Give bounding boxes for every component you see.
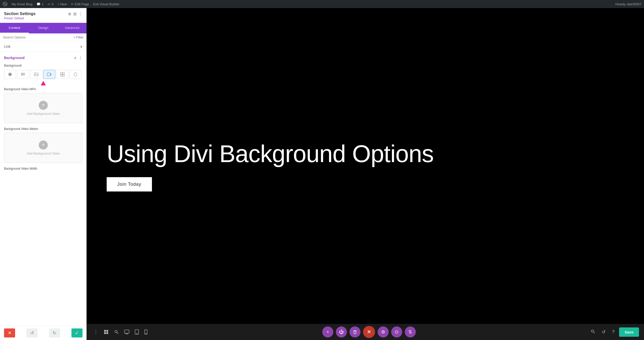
canvas-help-button[interactable]: ? bbox=[610, 328, 617, 336]
canvas-bottom-bar: ⋮ + ⏻ bbox=[87, 324, 644, 340]
add-video-label-1: Add Background Video bbox=[27, 112, 60, 116]
svg-rect-12 bbox=[106, 330, 108, 332]
edit-page-link[interactable]: Edit Page bbox=[75, 2, 89, 6]
columns-icon[interactable]: ⊞ bbox=[73, 12, 76, 16]
redo-button[interactable]: ↻ bbox=[49, 328, 60, 337]
new-item[interactable]: + New bbox=[58, 2, 67, 6]
bg-pattern-btn[interactable] bbox=[56, 70, 68, 79]
svg-point-15 bbox=[115, 330, 117, 333]
canvas-area: Using Divi Background Options Join Today… bbox=[87, 8, 644, 340]
bg-image-btn[interactable] bbox=[30, 70, 42, 79]
svg-rect-11 bbox=[104, 330, 106, 332]
svg-point-1 bbox=[5, 4, 6, 5]
video-upload-webm[interactable]: + Add Background Video bbox=[4, 133, 83, 163]
canvas-desktop-button[interactable] bbox=[122, 328, 131, 336]
canvas-mobile-button[interactable] bbox=[142, 328, 149, 336]
svg-rect-14 bbox=[106, 332, 108, 334]
search-input[interactable] bbox=[3, 35, 71, 39]
cancel-button[interactable]: ✕ bbox=[4, 328, 15, 337]
panel-preset: Preset: Default bbox=[4, 17, 35, 20]
main-layout: Section Settings Preset: Default ⊕ ⊞ ⋮ C… bbox=[0, 8, 644, 340]
panel-bottom-toolbar: ✕ ↺ ↻ ✓ bbox=[0, 326, 87, 340]
svg-rect-17 bbox=[125, 330, 129, 333]
more-options-icon[interactable]: ⋮ bbox=[78, 12, 83, 16]
svg-point-22 bbox=[137, 333, 137, 334]
canvas-content: Using Divi Background Options Join Today bbox=[87, 8, 644, 324]
undo-button[interactable]: ↺ bbox=[26, 328, 37, 337]
site-name-link[interactable]: My Great Blog bbox=[12, 2, 32, 6]
canvas-search-button[interactable] bbox=[112, 328, 121, 336]
canvas-tablet-button[interactable] bbox=[133, 328, 141, 336]
link-section: Link ∨ bbox=[0, 41, 87, 52]
search-bar: + Filter bbox=[0, 33, 87, 41]
canvas-zoom-button[interactable] bbox=[589, 328, 597, 336]
bg-type-tabs bbox=[4, 70, 83, 79]
hero-title: Using Divi Background Options bbox=[107, 140, 434, 167]
canvas-trash-button[interactable] bbox=[349, 326, 360, 337]
exit-builder-link[interactable]: Exit Visual Builder bbox=[93, 2, 119, 6]
svg-point-24 bbox=[146, 333, 146, 334]
arrow-indicator bbox=[4, 82, 83, 85]
comments-count: 1 bbox=[42, 2, 44, 6]
panel-header-left: Section Settings Preset: Default bbox=[4, 12, 35, 20]
edit-page-item[interactable]: ✏ Edit Page bbox=[71, 2, 89, 6]
canvas-tool-group-left: ⋮ bbox=[92, 328, 149, 336]
svg-rect-9 bbox=[60, 75, 62, 76]
howdy-text: Howdy, dee35007 bbox=[615, 2, 641, 6]
replies-item[interactable]: ↩ 0 bbox=[48, 2, 53, 6]
filter-button[interactable]: + Filter bbox=[73, 35, 84, 39]
upload-plus-icon-2: + bbox=[39, 140, 48, 150]
video-upload-mp4[interactable]: + Add Background Video bbox=[4, 93, 83, 123]
bg-video-btn[interactable] bbox=[43, 70, 55, 79]
canvas-right-tools: ↺ ? Save bbox=[589, 327, 639, 337]
panel-title: Section Settings bbox=[4, 12, 35, 16]
canvas-history-button[interactable]: ⊙ bbox=[391, 326, 402, 337]
target-icon[interactable]: ⊕ bbox=[68, 12, 71, 16]
left-panel: Section Settings Preset: Default ⊕ ⊞ ⋮ C… bbox=[0, 8, 87, 340]
tab-design[interactable]: Design bbox=[29, 23, 58, 33]
panel-content: Link ∨ Background ∧ ⋮ Background bbox=[0, 41, 87, 340]
tab-content[interactable]: Content bbox=[0, 23, 29, 33]
tab-advanced[interactable]: Advanced bbox=[58, 23, 87, 33]
canvas-add-button[interactable]: + bbox=[322, 326, 333, 337]
bg-video-width-label: Background Video Width bbox=[4, 167, 83, 170]
background-section: Background ∧ ⋮ Background bbox=[0, 52, 87, 176]
svg-point-25 bbox=[591, 330, 594, 332]
panel-header: Section Settings Preset: Default ⊕ ⊞ ⋮ bbox=[0, 8, 87, 23]
link-chevron-icon: ∨ bbox=[80, 44, 83, 48]
save-button[interactable]: Save bbox=[619, 327, 639, 337]
panel-header-icons: ⊕ ⊞ ⋮ bbox=[68, 12, 83, 16]
svg-rect-6 bbox=[47, 73, 50, 76]
bg-video-webm-label: Background Video Webm bbox=[4, 127, 83, 131]
bg-gradient-btn[interactable] bbox=[17, 70, 29, 79]
link-section-header[interactable]: Link ∨ bbox=[4, 44, 83, 48]
panel-tabs: Content Design Advanced bbox=[0, 23, 87, 33]
canvas-refresh-button[interactable]: ↺ bbox=[600, 328, 608, 336]
exit-builder-item[interactable]: Exit Visual Builder bbox=[93, 2, 119, 6]
confirm-button[interactable]: ✓ bbox=[71, 328, 83, 337]
new-link[interactable]: + New bbox=[58, 2, 67, 6]
wp-logo-icon bbox=[3, 2, 8, 7]
wp-admin-bar: My Great Blog 💬 1 ↩ 0 + New ✏ Edit Page … bbox=[0, 0, 644, 8]
upload-plus-icon: + bbox=[39, 101, 48, 110]
comments-item[interactable]: 💬 1 bbox=[36, 2, 44, 6]
site-name-item[interactable]: My Great Blog bbox=[12, 2, 32, 6]
canvas-menu-button[interactable]: ⋮ bbox=[92, 328, 100, 336]
background-more-icon[interactable]: ⋮ bbox=[78, 55, 83, 60]
wp-logo-item[interactable] bbox=[3, 2, 8, 7]
canvas-action-buttons: + ⏻ ✕ ⚙ ⊙ ⇅ bbox=[322, 326, 416, 338]
bg-color-btn[interactable] bbox=[4, 70, 16, 79]
svg-rect-4 bbox=[34, 73, 38, 76]
svg-line-16 bbox=[117, 333, 118, 334]
canvas-close-button[interactable]: ✕ bbox=[363, 326, 375, 338]
canvas-settings-button[interactable]: ⚙ bbox=[378, 326, 389, 337]
svg-rect-8 bbox=[63, 72, 64, 74]
svg-rect-7 bbox=[60, 72, 62, 74]
canvas-power-button[interactable]: ⏻ bbox=[336, 326, 347, 337]
bg-mask-btn[interactable] bbox=[69, 70, 82, 79]
background-chevron-icon[interactable]: ∧ bbox=[74, 56, 76, 60]
join-today-button[interactable]: Join Today bbox=[107, 177, 152, 191]
preset-label[interactable]: Preset: Default bbox=[4, 17, 24, 20]
canvas-grid-button[interactable] bbox=[102, 328, 111, 336]
canvas-sort-button[interactable]: ⇅ bbox=[405, 326, 416, 337]
